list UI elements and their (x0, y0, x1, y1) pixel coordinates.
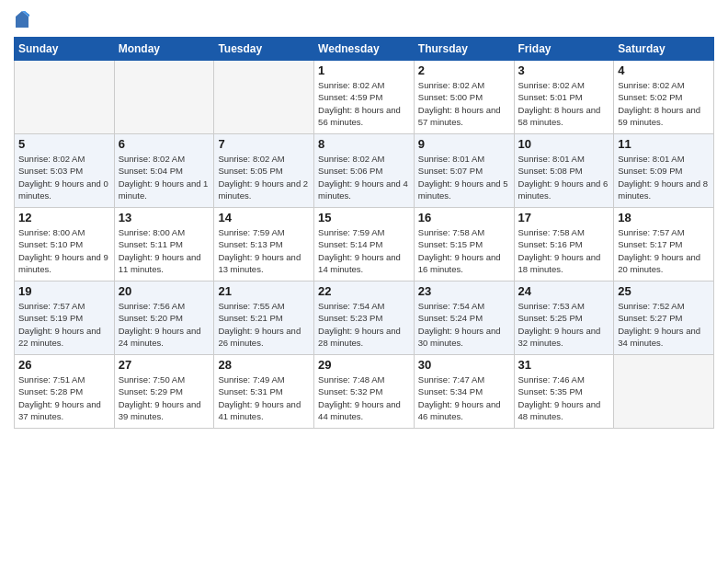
day-number: 30 (418, 358, 510, 372)
calendar-cell: 8Sunrise: 8:02 AM Sunset: 5:06 PM Daylig… (314, 134, 415, 208)
calendar-cell: 20Sunrise: 7:56 AM Sunset: 5:20 PM Dayli… (114, 282, 214, 355)
day-info: Sunrise: 8:01 AM Sunset: 5:07 PM Dayligh… (418, 153, 510, 201)
day-number: 16 (418, 211, 510, 224)
calendar-cell: 31Sunrise: 7:46 AM Sunset: 5:35 PM Dayli… (514, 355, 614, 429)
calendar-cell: 6Sunrise: 8:02 AM Sunset: 5:04 PM Daylig… (114, 134, 214, 208)
page-container: SundayMondayTuesdayWednesdayThursdayFrid… (0, 0, 728, 438)
day-info: Sunrise: 8:01 AM Sunset: 5:09 PM Dayligh… (618, 153, 710, 201)
calendar-week-row: 1Sunrise: 8:02 AM Sunset: 4:59 PM Daylig… (15, 61, 714, 134)
day-info: Sunrise: 8:00 AM Sunset: 5:10 PM Dayligh… (18, 226, 110, 275)
calendar-cell: 4Sunrise: 8:02 AM Sunset: 5:02 PM Daylig… (614, 61, 714, 134)
day-number: 8 (318, 137, 410, 151)
calendar-week-row: 5Sunrise: 8:02 AM Sunset: 5:03 PM Daylig… (15, 134, 714, 208)
day-info: Sunrise: 7:57 AM Sunset: 5:17 PM Dayligh… (618, 226, 710, 275)
calendar-cell: 15Sunrise: 7:59 AM Sunset: 5:14 PM Dayli… (314, 208, 415, 282)
calendar-cell: 1Sunrise: 8:02 AM Sunset: 4:59 PM Daylig… (314, 61, 415, 134)
day-number: 20 (119, 284, 210, 298)
calendar-week-row: 12Sunrise: 8:00 AM Sunset: 5:10 PM Dayli… (15, 208, 714, 282)
day-number: 10 (518, 137, 610, 151)
day-info: Sunrise: 7:49 AM Sunset: 5:31 PM Dayligh… (218, 373, 310, 422)
calendar-cell: 30Sunrise: 7:47 AM Sunset: 5:34 PM Dayli… (414, 355, 514, 429)
day-number: 21 (218, 284, 310, 298)
page-header (14, 9, 714, 29)
day-info: Sunrise: 7:56 AM Sunset: 5:20 PM Dayligh… (119, 300, 210, 349)
day-info: Sunrise: 7:57 AM Sunset: 5:19 PM Dayligh… (18, 300, 110, 349)
calendar-cell: 3Sunrise: 8:02 AM Sunset: 5:01 PM Daylig… (514, 61, 614, 134)
day-info: Sunrise: 7:46 AM Sunset: 5:35 PM Dayligh… (518, 373, 610, 422)
day-info: Sunrise: 8:02 AM Sunset: 5:02 PM Dayligh… (618, 79, 710, 128)
day-number: 6 (119, 137, 210, 151)
day-info: Sunrise: 8:02 AM Sunset: 5:04 PM Dayligh… (119, 153, 210, 201)
calendar-cell: 17Sunrise: 7:58 AM Sunset: 5:16 PM Dayli… (514, 208, 614, 282)
day-info: Sunrise: 8:01 AM Sunset: 5:08 PM Dayligh… (518, 153, 610, 201)
day-number: 29 (318, 358, 410, 372)
day-info: Sunrise: 7:59 AM Sunset: 5:14 PM Dayligh… (318, 226, 410, 275)
day-number: 3 (518, 63, 610, 77)
day-info: Sunrise: 8:02 AM Sunset: 4:59 PM Dayligh… (318, 79, 410, 128)
day-info: Sunrise: 7:55 AM Sunset: 5:21 PM Dayligh… (218, 300, 310, 349)
calendar-table: SundayMondayTuesdayWednesdayThursdayFrid… (14, 37, 714, 429)
calendar-cell: 22Sunrise: 7:54 AM Sunset: 5:23 PM Dayli… (314, 282, 415, 355)
day-number: 11 (618, 137, 710, 151)
day-number: 17 (518, 211, 610, 224)
calendar-cell (614, 355, 714, 429)
calendar-cell: 21Sunrise: 7:55 AM Sunset: 5:21 PM Dayli… (214, 282, 314, 355)
day-number: 23 (418, 284, 510, 298)
day-number: 9 (418, 137, 510, 151)
day-info: Sunrise: 7:47 AM Sunset: 5:34 PM Dayligh… (418, 373, 510, 422)
day-number: 31 (518, 358, 610, 372)
calendar-header-row: SundayMondayTuesdayWednesdayThursdayFrid… (15, 38, 714, 61)
calendar-cell: 26Sunrise: 7:51 AM Sunset: 5:28 PM Dayli… (15, 355, 115, 429)
calendar-cell: 25Sunrise: 7:52 AM Sunset: 5:27 PM Dayli… (614, 282, 714, 355)
day-number: 2 (418, 63, 510, 77)
calendar-cell: 14Sunrise: 7:59 AM Sunset: 5:13 PM Dayli… (214, 208, 314, 282)
day-info: Sunrise: 7:58 AM Sunset: 5:15 PM Dayligh… (418, 226, 510, 275)
calendar-cell (15, 61, 115, 134)
day-number: 22 (318, 284, 410, 298)
day-number: 13 (119, 211, 210, 224)
day-number: 1 (318, 63, 410, 77)
day-number: 25 (618, 284, 710, 298)
calendar-header-sunday: Sunday (15, 38, 115, 61)
calendar-cell: 12Sunrise: 8:00 AM Sunset: 5:10 PM Dayli… (15, 208, 115, 282)
day-number: 7 (218, 137, 310, 151)
calendar-cell: 28Sunrise: 7:49 AM Sunset: 5:31 PM Dayli… (214, 355, 314, 429)
day-number: 28 (218, 358, 310, 372)
calendar-cell: 7Sunrise: 8:02 AM Sunset: 5:05 PM Daylig… (214, 134, 314, 208)
logo-icon (14, 9, 30, 29)
day-info: Sunrise: 7:52 AM Sunset: 5:27 PM Dayligh… (618, 300, 710, 349)
calendar-cell: 19Sunrise: 7:57 AM Sunset: 5:19 PM Dayli… (15, 282, 115, 355)
day-number: 4 (618, 63, 710, 77)
calendar-cell: 16Sunrise: 7:58 AM Sunset: 5:15 PM Dayli… (414, 208, 514, 282)
day-number: 14 (218, 211, 310, 224)
calendar-cell: 24Sunrise: 7:53 AM Sunset: 5:25 PM Dayli… (514, 282, 614, 355)
day-info: Sunrise: 7:54 AM Sunset: 5:24 PM Dayligh… (418, 300, 510, 349)
day-number: 5 (18, 137, 110, 151)
day-number: 27 (119, 358, 210, 372)
day-number: 19 (18, 284, 110, 298)
calendar-cell: 11Sunrise: 8:01 AM Sunset: 5:09 PM Dayli… (614, 134, 714, 208)
day-info: Sunrise: 8:02 AM Sunset: 5:03 PM Dayligh… (18, 153, 110, 201)
calendar-cell: 23Sunrise: 7:54 AM Sunset: 5:24 PM Dayli… (414, 282, 514, 355)
day-info: Sunrise: 7:51 AM Sunset: 5:28 PM Dayligh… (18, 373, 110, 422)
day-info: Sunrise: 7:53 AM Sunset: 5:25 PM Dayligh… (518, 300, 610, 349)
calendar-header-thursday: Thursday (414, 38, 514, 61)
calendar-cell: 9Sunrise: 8:01 AM Sunset: 5:07 PM Daylig… (414, 134, 514, 208)
day-info: Sunrise: 8:02 AM Sunset: 5:01 PM Dayligh… (518, 79, 610, 128)
day-info: Sunrise: 8:02 AM Sunset: 5:05 PM Dayligh… (218, 153, 310, 201)
day-number: 15 (318, 211, 410, 224)
day-info: Sunrise: 8:02 AM Sunset: 5:00 PM Dayligh… (418, 79, 510, 128)
day-info: Sunrise: 7:59 AM Sunset: 5:13 PM Dayligh… (218, 226, 310, 275)
day-number: 26 (18, 358, 110, 372)
calendar-cell: 5Sunrise: 8:02 AM Sunset: 5:03 PM Daylig… (15, 134, 115, 208)
calendar-cell: 10Sunrise: 8:01 AM Sunset: 5:08 PM Dayli… (514, 134, 614, 208)
calendar-cell: 2Sunrise: 8:02 AM Sunset: 5:00 PM Daylig… (414, 61, 514, 134)
day-info: Sunrise: 7:58 AM Sunset: 5:16 PM Dayligh… (518, 226, 610, 275)
day-number: 12 (18, 211, 110, 224)
day-info: Sunrise: 7:48 AM Sunset: 5:32 PM Dayligh… (318, 373, 410, 422)
day-info: Sunrise: 7:54 AM Sunset: 5:23 PM Dayligh… (318, 300, 410, 349)
calendar-header-friday: Friday (514, 38, 614, 61)
day-info: Sunrise: 8:02 AM Sunset: 5:06 PM Dayligh… (318, 153, 410, 201)
day-info: Sunrise: 7:50 AM Sunset: 5:29 PM Dayligh… (119, 373, 210, 422)
day-info: Sunrise: 8:00 AM Sunset: 5:11 PM Dayligh… (119, 226, 210, 275)
